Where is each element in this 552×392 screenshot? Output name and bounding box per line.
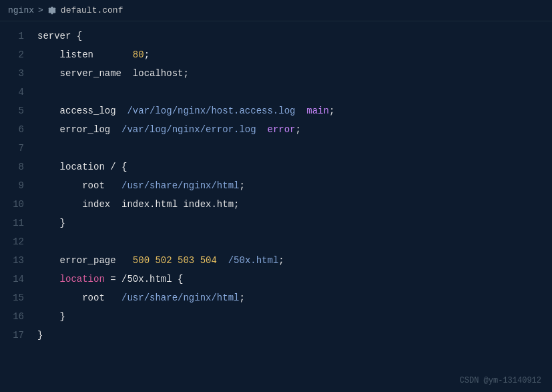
code-line-7 [35, 139, 552, 158]
line-num-4: 4 [19, 83, 24, 102]
line-num-16: 16 [13, 307, 24, 326]
code-area: 1 2 3 4 5 6 7 8 9 10 11 12 13 14 15 16 1… [0, 21, 552, 392]
line-num-8: 8 [19, 158, 24, 176]
code-line-9: root /usr/share/nginx/html; [35, 176, 552, 195]
line-num-9: 9 [19, 176, 24, 195]
code-line-12 [35, 232, 552, 251]
line-num-17: 17 [13, 326, 24, 345]
code-line-10: index index.html index.htm; [35, 195, 552, 214]
line-num-11: 11 [13, 214, 24, 232]
code-line-17: } [35, 326, 552, 345]
code-line-6: error_log /var/log/nginx/error.log error… [35, 120, 552, 139]
editor-container: nginx > default.conf 1 2 3 4 5 6 7 8 9 1… [0, 0, 552, 392]
line-num-2: 2 [19, 45, 24, 64]
code-line-1: server { [35, 27, 552, 45]
breadcrumb: nginx > default.conf [0, 0, 552, 21]
breadcrumb-separator: > [38, 5, 43, 15]
watermark: CSDN @ym-13140912 [460, 376, 541, 385]
code-line-3: server_name localhost; [35, 64, 552, 83]
line-num-6: 6 [19, 120, 24, 139]
breadcrumb-folder: nginx [8, 5, 34, 15]
code-content: server { listen 80; server_name localhos… [35, 21, 552, 392]
code-line-5: access_log /var/log/nginx/host.access.lo… [35, 102, 552, 120]
code-line-4 [35, 83, 552, 102]
code-line-14: location = /50x.html { [35, 270, 552, 288]
code-line-8: location / { [35, 158, 552, 176]
code-line-2: listen 80; [35, 45, 552, 64]
line-num-13: 13 [13, 251, 24, 270]
line-num-1: 1 [19, 27, 24, 45]
code-line-13: error_page 500 502 503 504 /50x.html; [35, 251, 552, 270]
code-line-16: } [35, 307, 552, 326]
breadcrumb-file: default.conf [61, 5, 123, 15]
line-num-15: 15 [13, 288, 24, 307]
line-num-5: 5 [19, 102, 24, 120]
code-line-15: root /usr/share/nginx/html; [35, 288, 552, 307]
line-num-10: 10 [13, 195, 24, 214]
gear-icon [47, 6, 57, 15]
code-line-11: } [35, 214, 552, 232]
line-num-3: 3 [19, 64, 24, 83]
line-num-7: 7 [19, 139, 24, 158]
line-numbers: 1 2 3 4 5 6 7 8 9 10 11 12 13 14 15 16 1… [0, 21, 35, 392]
line-num-14: 14 [13, 270, 24, 288]
line-num-12: 12 [13, 232, 24, 251]
